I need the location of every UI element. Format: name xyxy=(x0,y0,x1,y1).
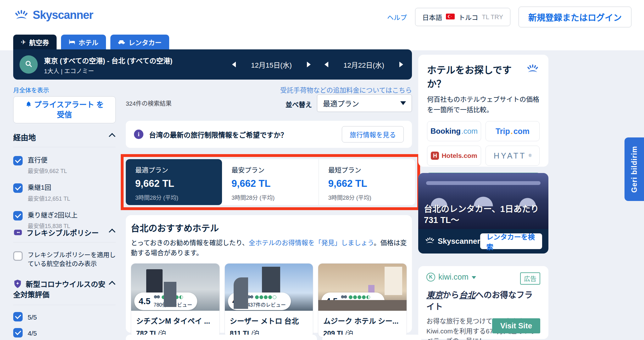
review-count: 780件のレビュー xyxy=(154,301,192,308)
stops-title: 経由地 xyxy=(13,131,36,142)
booking-logo: Booking xyxy=(430,127,461,136)
rating-dots xyxy=(162,295,183,299)
skyscanner-sun-icon xyxy=(425,236,435,247)
stops-filter-section: 経由地 直行便 最安値9,662 TL 乗継1回 最安値12,651 TL 乗り… xyxy=(13,131,116,230)
filter-option-2plus-stops[interactable]: 乗り継ぎ2回以上 最安値15,838 TL xyxy=(13,210,116,230)
whole-month-link[interactable]: 月全体を表示 xyxy=(13,86,49,94)
sort-select[interactable]: 最適プラン xyxy=(317,94,412,112)
covid-option-5[interactable]: 5/5 xyxy=(13,311,116,322)
return-next-icon[interactable] xyxy=(399,62,403,67)
hotels-com-icon: H xyxy=(431,152,439,160)
kiwi-brand[interactable]: K kiwi.com xyxy=(426,272,476,281)
price-tab-fastest[interactable]: 最短プラン 9,662 TL 3時間28分 (平均) xyxy=(319,159,415,205)
trip-logo-suffix: com xyxy=(514,127,530,136)
chevron-up-icon[interactable] xyxy=(109,229,115,235)
review-count: 979件のレビュー xyxy=(341,301,380,308)
checkbox-4of5[interactable] xyxy=(13,328,23,337)
tab-flights[interactable]: ✈ 航空券 xyxy=(13,35,57,50)
filter-option-direct[interactable]: 直行便 最安値9,662 TL xyxy=(13,155,116,175)
banner-text: 台湾の最新の旅行制限情報をご希望ですか？ xyxy=(149,129,336,139)
covid-option-4[interactable]: 4/5 xyxy=(13,327,116,338)
chevron-up-icon[interactable] xyxy=(109,281,115,287)
price-alert-button[interactable]: プライスアラート を受信 xyxy=(13,96,116,123)
tab-cars[interactable]: レンタカー xyxy=(110,35,169,50)
plan-price: 9,662 TL xyxy=(135,178,213,189)
chevron-down-icon xyxy=(400,101,406,105)
chevron-up-icon[interactable] xyxy=(109,133,115,140)
trip-logo: Trip xyxy=(496,127,510,136)
recommended-hotels-section: 台北のおすすめホテル とっておきのお勧め情報を確認したり、全ホテルのお得情報を「… xyxy=(126,215,412,333)
checkbox-direct[interactable] xyxy=(13,156,23,165)
partner-hotels[interactable]: HHotels.com xyxy=(427,146,481,166)
partner-trip[interactable]: Trip.com xyxy=(486,121,540,141)
hotel-card[interactable]: 4.5 780件のレビュー シチズンM タイペイ ... xyxy=(131,263,220,337)
depart-date[interactable]: 12月15日(水) xyxy=(247,59,296,70)
currency-label: TL TRY xyxy=(482,14,503,21)
depart-next-icon[interactable] xyxy=(307,62,311,67)
checkbox-5of5[interactable] xyxy=(13,312,23,321)
price-tab-cheapest[interactable]: 最安プラン 9,662 TL 3時間28分 (平均) xyxy=(222,159,318,205)
chevron-down-icon xyxy=(472,276,476,279)
hotel-promo-card: ホテルをお探しですか？ 何百社ものホテルウェブサイトの価格を一箇所で一括比較。 … xyxy=(418,55,548,167)
hotel-promo-title: ホテルをお探しですか？ xyxy=(427,62,526,90)
login-signup-button[interactable]: 新規登録またはログイン xyxy=(519,7,631,27)
filter-option-1stop[interactable]: 乗継1回 最安値12,651 TL xyxy=(13,183,116,202)
ad-headline[interactable]: 東京から台北へのお得なフライト xyxy=(426,288,540,312)
flexible-title: フレキシブルポリシー xyxy=(26,227,99,238)
flexible-policy-option[interactable]: フレキシブルポリシーを適用している航空会社のみ表示 xyxy=(13,251,116,268)
search-summary-bar[interactable]: 東京 (すべての空港) - 台北 (すべての空港) 1大人 | エコノミー 12… xyxy=(13,49,412,80)
visit-site-button[interactable]: Visit Site xyxy=(492,318,540,333)
plan-duration: 3時間28分 (平均) xyxy=(231,193,309,201)
flexible-policy-section: フレキシブルポリシー フレキシブルポリシーを適用している航空会社のみ表示 xyxy=(13,227,116,268)
skyscanner-logo[interactable]: Skyscanner xyxy=(13,8,93,23)
hotel-card[interactable]: 4.5 979件のレビュー ムジーク ホテル シー... xyxy=(318,263,407,337)
hotel-card[interactable]: 4.0 437件のレビュー シーザー メトロ 台北 xyxy=(225,263,314,337)
brand-wordmark: Skyscanner xyxy=(33,8,93,22)
feedback-tab[interactable]: Geri bildirim xyxy=(625,137,644,201)
region-label: トルコ xyxy=(458,12,478,22)
partner-booking[interactable]: Booking.com xyxy=(427,121,481,141)
checkbox-flexible[interactable] xyxy=(13,251,23,261)
return-date[interactable]: 12月22日(水) xyxy=(339,59,389,70)
hotel-photo: 4.0 437件のレビュー xyxy=(225,264,313,311)
rating-badge: 4.5 780件のレビュー xyxy=(134,293,197,310)
tab-hotels[interactable]: ホテル xyxy=(61,35,106,50)
car-rental-promo-card[interactable]: 台北のレンタカー、1日あたり 731 TL〜 Skyscanner レンタカーを… xyxy=(418,173,548,254)
plan-duration: 3時間28分 (平均) xyxy=(135,193,213,201)
tab-hotels-label: ホテル xyxy=(79,37,98,47)
depart-prev-icon[interactable] xyxy=(232,62,236,67)
checkbox-1stop[interactable] xyxy=(13,183,23,193)
search-cars-button[interactable]: レンタカーを検索 xyxy=(480,233,542,249)
travel-info-button[interactable]: 旅行情報を見る xyxy=(342,126,404,142)
search-button[interactable] xyxy=(19,55,38,74)
help-link[interactable]: ヘルプ xyxy=(387,12,407,22)
language-region-button[interactable]: 日本語 トルコ TL TRY xyxy=(415,8,510,26)
price-alert-label: プライスアラート を受信 xyxy=(34,100,104,119)
tripadvisor-owl-icon xyxy=(247,294,253,300)
tab-flights-label: 航空券 xyxy=(29,37,49,47)
next-result-card-partial xyxy=(322,335,421,340)
price-tab-best[interactable]: 最適プラン 9,662 TL 3時間28分 (平均) xyxy=(126,159,222,205)
skyscanner-sun-icon xyxy=(13,8,30,23)
kiwi-name: kiwi.com xyxy=(438,272,469,281)
baggage-fees-link[interactable]: 受託手荷物などの追加料金についてはこちら xyxy=(220,85,412,94)
plane-icon: ✈ xyxy=(21,39,26,45)
hotel-photo: 4.5 780件のレビュー xyxy=(131,264,219,311)
brand-wordmark: Skyscanner xyxy=(438,237,480,246)
all-hotel-deals-link[interactable]: 全ホテルのお得情報を「発見」しましょう xyxy=(249,239,374,246)
option-sub: 最安値9,662 TL xyxy=(28,166,67,175)
tab-cars-label: レンタカー xyxy=(129,37,162,47)
checkbox-2plus[interactable] xyxy=(13,211,23,220)
return-prev-icon[interactable] xyxy=(325,62,328,67)
kiwi-ad-card: K kiwi.com 広告 東京から台北へのお得なフライト お得な旅行を見つけて… xyxy=(418,266,548,339)
partner-hyatt[interactable]: HYATT® xyxy=(486,146,540,166)
route-summary: 東京 (すべての空港) - 台北 (すべての空港) xyxy=(44,55,172,65)
turkey-flag-icon xyxy=(446,14,455,21)
taipei-landmark-photo: 台北のレンタカー、1日あたり 731 TL〜 xyxy=(418,173,548,229)
rating-dots xyxy=(255,295,276,299)
tripadvisor-owl-icon xyxy=(341,294,347,300)
trip-logo-dot: . xyxy=(511,127,513,136)
hyatt-registered-mark: ® xyxy=(529,153,531,158)
option-label: 乗り継ぎ2回以上 xyxy=(28,210,78,220)
info-icon: i xyxy=(134,130,143,139)
